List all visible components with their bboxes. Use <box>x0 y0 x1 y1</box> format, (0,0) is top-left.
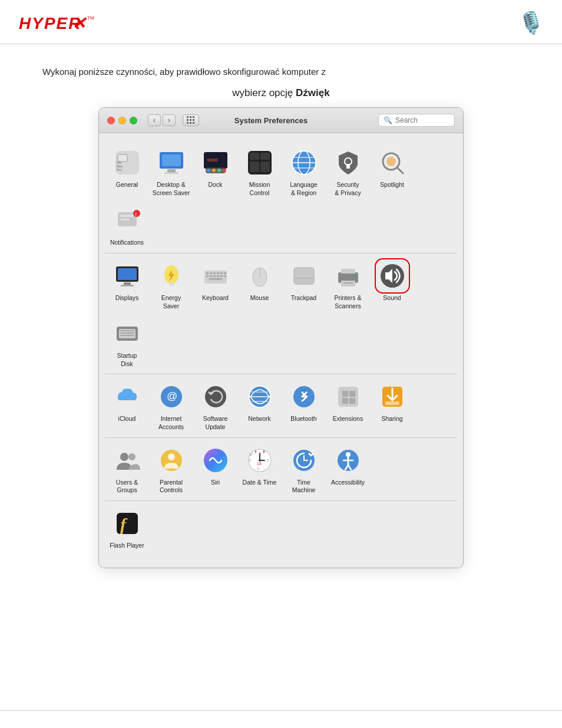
svg-text:✕: ✕ <box>72 14 87 32</box>
svg-rect-54 <box>206 275 209 277</box>
header: HYPER ✕ TM 🎙️ <box>0 0 562 44</box>
pref-item-accessibility[interactable]: Accessibility <box>326 440 370 498</box>
internet-accounts-icon: @ <box>156 381 187 412</box>
sound-label: Sound <box>383 294 401 302</box>
svg-rect-70 <box>343 282 353 284</box>
back-button[interactable]: ‹ <box>148 114 161 126</box>
svg-rect-76 <box>120 332 134 334</box>
svg-rect-20 <box>250 153 259 160</box>
section-hardware: Displays EnergySaver Keyboard <box>105 256 457 375</box>
hyper-logo: HYPER ✕ TM <box>18 11 94 35</box>
pref-item-internet-accounts[interactable]: @ InternetAccounts <box>149 377 193 434</box>
svg-text:Doc: Doc <box>117 168 122 172</box>
dock-icon: 0000 <box>200 147 231 178</box>
svg-rect-53 <box>224 272 226 274</box>
section-internet-wireless: iCloud @ InternetAccounts SoftwareUpdate <box>105 377 457 437</box>
users-groups-icon <box>112 445 143 476</box>
pref-item-notifications[interactable]: ! Notifications <box>105 200 149 251</box>
svg-text:18: 18 <box>257 462 262 466</box>
pref-item-network[interactable]: Network <box>237 377 282 434</box>
bluetooth-label: Bluetooth <box>290 415 316 423</box>
svg-text:9: 9 <box>249 459 251 462</box>
svg-rect-58 <box>220 275 223 277</box>
svg-rect-48 <box>206 272 209 274</box>
svg-rect-31 <box>346 164 350 169</box>
flash-player-label: Flash Player <box>110 542 144 550</box>
mission-control-label: MissionControl <box>249 181 270 197</box>
svg-rect-57 <box>217 275 219 277</box>
svg-rect-110 <box>263 450 265 453</box>
system-preferences-window: ‹ › System Preferences 🔍 FileNewDoc Gen <box>98 107 464 568</box>
search-input[interactable] <box>395 116 449 124</box>
svg-rect-11 <box>164 172 178 174</box>
pref-item-flash-player[interactable]: f Flash Player <box>105 503 149 554</box>
pref-item-displays[interactable]: Displays <box>105 256 149 314</box>
choose-prefix: wybierz opcję <box>232 87 296 98</box>
pref-item-desktop-screen-saver[interactable]: Desktop &Screen Saver <box>149 143 193 200</box>
accessibility-icon <box>333 445 363 476</box>
minimize-button[interactable] <box>118 117 126 124</box>
hyperx-logo-svg: HYPER ✕ TM <box>18 11 94 35</box>
fullscreen-button[interactable] <box>130 117 137 124</box>
svg-point-15 <box>212 169 216 172</box>
pref-item-mouse[interactable]: Mouse <box>237 256 282 314</box>
users-groups-label: Users &Groups <box>116 479 138 495</box>
mouse-label: Mouse <box>250 294 269 302</box>
pref-item-users-groups[interactable]: Users &Groups <box>105 440 149 498</box>
displays-icon <box>112 261 143 291</box>
spotlight-label: Spotlight <box>380 181 404 189</box>
svg-text:0000: 0000 <box>207 157 218 163</box>
mic-icon: 🎙️ <box>518 11 544 35</box>
prefs-content: FileNewDoc General Desktop &Screen Saver… <box>99 133 463 568</box>
svg-rect-56 <box>213 275 216 277</box>
svg-text:!: ! <box>135 212 136 216</box>
siri-icon <box>200 445 231 476</box>
title-bar: ‹ › System Preferences 🔍 <box>99 108 463 133</box>
pref-item-software-update[interactable]: SoftwareUpdate <box>193 377 237 434</box>
pref-item-trackpad[interactable]: Trackpad <box>282 256 326 314</box>
pref-item-extensions[interactable]: Extensions <box>326 377 370 434</box>
pref-item-parental-controls[interactable]: i ParentalControls <box>149 440 193 498</box>
network-icon <box>244 381 275 412</box>
svg-text:TM: TM <box>87 15 94 21</box>
svg-rect-55 <box>210 275 212 277</box>
time-machine-label: TimeMachine <box>292 479 316 495</box>
search-box[interactable]: 🔍 <box>378 114 455 127</box>
traffic-lights <box>107 117 137 124</box>
svg-rect-23 <box>260 162 270 172</box>
startup-disk-label: StartupDisk <box>117 352 137 368</box>
svg-point-71 <box>354 275 356 277</box>
pref-item-general[interactable]: FileNewDoc General <box>105 143 149 200</box>
pref-item-security-privacy[interactable]: Security& Privacy <box>326 143 370 200</box>
pref-item-language-region[interactable]: Language& Region <box>282 143 326 200</box>
pref-item-keyboard[interactable]: Keyboard <box>193 256 237 314</box>
pref-item-sharing[interactable]: Sharing <box>370 377 414 434</box>
desktop-screen-saver-icon <box>156 147 187 178</box>
section-other: f Flash Player <box>105 503 457 556</box>
pref-item-mission-control[interactable]: MissionControl <box>237 143 282 200</box>
section-personal: FileNewDoc General Desktop &Screen Saver… <box>105 143 457 253</box>
pref-item-siri[interactable]: Siri <box>193 440 237 498</box>
energy-saver-label: EnergySaver <box>161 294 181 310</box>
pref-item-startup-disk[interactable]: StartupDisk <box>105 314 149 371</box>
software-update-icon <box>200 381 231 412</box>
svg-rect-60 <box>209 278 222 280</box>
close-button[interactable] <box>107 117 115 124</box>
pref-item-dock[interactable]: 0000 Dock <box>193 143 237 200</box>
pref-item-sound[interactable]: Sound <box>370 256 414 314</box>
language-region-label: Language& Region <box>290 181 318 197</box>
date-time-icon: 1236918 <box>244 445 275 476</box>
search-icon: 🔍 <box>384 116 392 124</box>
pref-item-energy-saver[interactable]: EnergySaver <box>149 256 193 314</box>
svg-rect-21 <box>260 153 270 160</box>
pref-item-printers-scanners[interactable]: Printers &Scanners <box>326 256 370 314</box>
pref-item-bluetooth[interactable]: Bluetooth <box>282 377 326 434</box>
software-update-label: SoftwareUpdate <box>203 415 227 431</box>
choose-label: wybierz opcję Dźwięk <box>0 87 562 99</box>
pref-item-icloud[interactable]: iCloud <box>105 377 149 434</box>
pref-item-date-time[interactable]: 1236918 Date & Time <box>237 440 282 498</box>
instruction-line1: Wykonaj poniższe czynności, aby prawidło… <box>0 44 562 81</box>
pref-item-time-machine[interactable]: TimeMachine <box>282 440 326 498</box>
trackpad-icon <box>289 261 319 291</box>
pref-item-spotlight[interactable]: Spotlight <box>370 143 414 200</box>
